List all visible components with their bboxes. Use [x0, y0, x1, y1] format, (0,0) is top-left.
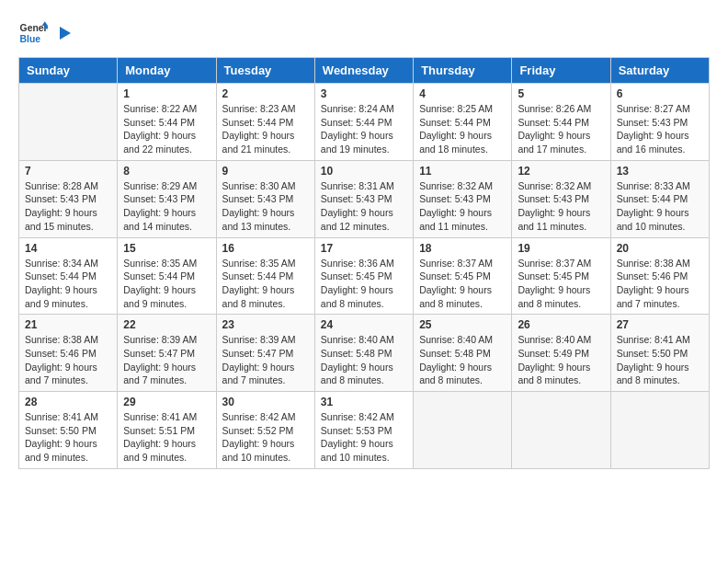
calendar-cell: 5Sunrise: 8:26 AM Sunset: 5:44 PM Daylig… [512, 84, 610, 161]
day-number: 8 [123, 165, 210, 178]
calendar-cell: 14Sunrise: 8:34 AM Sunset: 5:44 PM Dayli… [19, 237, 118, 315]
logo: General Blue [18, 18, 74, 48]
calendar-cell: 20Sunrise: 8:38 AM Sunset: 5:46 PM Dayli… [610, 237, 709, 315]
day-info: Sunrise: 8:29 AM Sunset: 5:43 PM Dayligh… [123, 179, 210, 234]
day-info: Sunrise: 8:39 AM Sunset: 5:47 PM Dayligh… [222, 333, 309, 387]
day-number: 22 [123, 318, 210, 331]
logo-icon: General Blue [18, 18, 48, 48]
day-info: Sunrise: 8:36 AM Sunset: 5:45 PM Dayligh… [321, 257, 407, 311]
calendar-cell: 16Sunrise: 8:35 AM Sunset: 5:44 PM Dayli… [216, 237, 314, 315]
day-info: Sunrise: 8:38 AM Sunset: 5:46 PM Dayligh… [617, 257, 703, 311]
svg-marker-4 [60, 27, 71, 40]
day-number: 14 [25, 242, 111, 255]
calendar-cell: 2Sunrise: 8:23 AM Sunset: 5:44 PM Daylig… [216, 84, 314, 161]
day-number: 1 [123, 87, 210, 100]
calendar-cell: 6Sunrise: 8:27 AM Sunset: 5:43 PM Daylig… [610, 84, 709, 161]
day-info: Sunrise: 8:42 AM Sunset: 5:53 PM Dayligh… [321, 410, 407, 465]
calendar-cell: 11Sunrise: 8:32 AM Sunset: 5:43 PM Dayli… [414, 160, 512, 237]
calendar-cell: 12Sunrise: 8:32 AM Sunset: 5:43 PM Dayli… [512, 160, 610, 237]
day-number: 20 [617, 242, 703, 255]
calendar-cell [19, 84, 118, 161]
day-info: Sunrise: 8:41 AM Sunset: 5:51 PM Dayligh… [123, 410, 210, 465]
calendar-cell: 13Sunrise: 8:33 AM Sunset: 5:44 PM Dayli… [610, 160, 709, 237]
day-number: 19 [518, 242, 604, 255]
calendar-cell: 27Sunrise: 8:41 AM Sunset: 5:50 PM Dayli… [610, 315, 709, 392]
logo-arrow-icon [55, 24, 74, 42]
day-info: Sunrise: 8:23 AM Sunset: 5:44 PM Dayligh… [222, 102, 309, 156]
calendar-cell: 26Sunrise: 8:40 AM Sunset: 5:49 PM Dayli… [512, 315, 610, 392]
day-info: Sunrise: 8:28 AM Sunset: 5:43 PM Dayligh… [25, 179, 111, 234]
calendar-cell: 28Sunrise: 8:41 AM Sunset: 5:50 PM Dayli… [19, 392, 118, 469]
calendar-cell: 7Sunrise: 8:28 AM Sunset: 5:43 PM Daylig… [19, 160, 118, 237]
page-header: General Blue [18, 18, 710, 48]
day-number: 13 [617, 165, 703, 178]
calendar-week-row: 1Sunrise: 8:22 AM Sunset: 5:44 PM Daylig… [19, 84, 710, 161]
day-number: 25 [419, 318, 506, 331]
day-number: 4 [419, 87, 506, 100]
day-of-week-header: Monday [118, 58, 216, 84]
day-number: 18 [419, 242, 506, 255]
day-number: 12 [518, 165, 604, 178]
day-number: 10 [321, 165, 407, 178]
day-of-week-header: Saturday [610, 58, 709, 84]
svg-text:Blue: Blue [20, 34, 41, 44]
calendar-cell: 29Sunrise: 8:41 AM Sunset: 5:51 PM Dayli… [118, 392, 216, 469]
day-of-week-header: Friday [512, 58, 610, 84]
calendar-cell: 18Sunrise: 8:37 AM Sunset: 5:45 PM Dayli… [414, 237, 512, 315]
calendar-cell [610, 392, 709, 469]
day-info: Sunrise: 8:39 AM Sunset: 5:47 PM Dayligh… [123, 333, 210, 387]
day-of-week-header: Wednesday [314, 58, 413, 84]
day-number: 11 [419, 165, 506, 178]
day-info: Sunrise: 8:41 AM Sunset: 5:50 PM Dayligh… [25, 410, 111, 465]
day-info: Sunrise: 8:22 AM Sunset: 5:44 PM Dayligh… [123, 102, 210, 156]
day-info: Sunrise: 8:37 AM Sunset: 5:45 PM Dayligh… [419, 257, 506, 311]
calendar-cell: 17Sunrise: 8:36 AM Sunset: 5:45 PM Dayli… [314, 237, 413, 315]
day-info: Sunrise: 8:26 AM Sunset: 5:44 PM Dayligh… [518, 102, 604, 156]
calendar-cell: 21Sunrise: 8:38 AM Sunset: 5:46 PM Dayli… [19, 315, 118, 392]
day-info: Sunrise: 8:35 AM Sunset: 5:44 PM Dayligh… [222, 257, 309, 311]
day-number: 29 [123, 396, 210, 408]
day-info: Sunrise: 8:32 AM Sunset: 5:43 PM Dayligh… [419, 179, 506, 234]
day-of-week-header: Thursday [414, 58, 512, 84]
calendar-cell: 23Sunrise: 8:39 AM Sunset: 5:47 PM Dayli… [216, 315, 314, 392]
day-info: Sunrise: 8:34 AM Sunset: 5:44 PM Dayligh… [25, 257, 111, 311]
day-number: 21 [25, 318, 111, 331]
calendar-week-row: 28Sunrise: 8:41 AM Sunset: 5:50 PM Dayli… [19, 392, 710, 469]
day-number: 28 [25, 396, 111, 408]
day-of-week-header: Sunday [19, 58, 118, 84]
day-number: 7 [25, 165, 111, 178]
day-number: 27 [617, 318, 703, 331]
calendar-header-row: SundayMondayTuesdayWednesdayThursdayFrid… [19, 58, 710, 84]
day-info: Sunrise: 8:24 AM Sunset: 5:44 PM Dayligh… [321, 102, 407, 156]
day-number: 6 [617, 87, 703, 100]
calendar-week-row: 7Sunrise: 8:28 AM Sunset: 5:43 PM Daylig… [19, 160, 710, 237]
calendar-cell: 19Sunrise: 8:37 AM Sunset: 5:45 PM Dayli… [512, 237, 610, 315]
calendar-week-row: 14Sunrise: 8:34 AM Sunset: 5:44 PM Dayli… [19, 237, 710, 315]
day-number: 9 [222, 165, 309, 178]
day-info: Sunrise: 8:30 AM Sunset: 5:43 PM Dayligh… [222, 179, 309, 234]
day-info: Sunrise: 8:33 AM Sunset: 5:44 PM Dayligh… [617, 179, 703, 234]
day-number: 17 [321, 242, 407, 255]
calendar-cell: 8Sunrise: 8:29 AM Sunset: 5:43 PM Daylig… [118, 160, 216, 237]
day-info: Sunrise: 8:25 AM Sunset: 5:44 PM Dayligh… [419, 102, 506, 156]
calendar-cell: 15Sunrise: 8:35 AM Sunset: 5:44 PM Dayli… [118, 237, 216, 315]
day-info: Sunrise: 8:40 AM Sunset: 5:48 PM Dayligh… [419, 333, 506, 387]
day-info: Sunrise: 8:32 AM Sunset: 5:43 PM Dayligh… [518, 179, 604, 234]
calendar-cell: 1Sunrise: 8:22 AM Sunset: 5:44 PM Daylig… [118, 84, 216, 161]
calendar-cell: 9Sunrise: 8:30 AM Sunset: 5:43 PM Daylig… [216, 160, 314, 237]
day-info: Sunrise: 8:35 AM Sunset: 5:44 PM Dayligh… [123, 257, 210, 311]
calendar-cell: 4Sunrise: 8:25 AM Sunset: 5:44 PM Daylig… [414, 84, 512, 161]
day-number: 30 [222, 396, 309, 408]
calendar-cell: 22Sunrise: 8:39 AM Sunset: 5:47 PM Dayli… [118, 315, 216, 392]
calendar-cell: 3Sunrise: 8:24 AM Sunset: 5:44 PM Daylig… [314, 84, 413, 161]
day-info: Sunrise: 8:27 AM Sunset: 5:43 PM Dayligh… [617, 102, 703, 156]
day-info: Sunrise: 8:31 AM Sunset: 5:43 PM Dayligh… [321, 179, 407, 234]
calendar-cell: 30Sunrise: 8:42 AM Sunset: 5:52 PM Dayli… [216, 392, 314, 469]
calendar-cell [512, 392, 610, 469]
calendar-cell: 31Sunrise: 8:42 AM Sunset: 5:53 PM Dayli… [314, 392, 413, 469]
day-number: 23 [222, 318, 309, 331]
day-info: Sunrise: 8:40 AM Sunset: 5:48 PM Dayligh… [321, 333, 407, 387]
day-number: 26 [518, 318, 604, 331]
calendar-week-row: 21Sunrise: 8:38 AM Sunset: 5:46 PM Dayli… [19, 315, 710, 392]
day-number: 2 [222, 87, 309, 100]
